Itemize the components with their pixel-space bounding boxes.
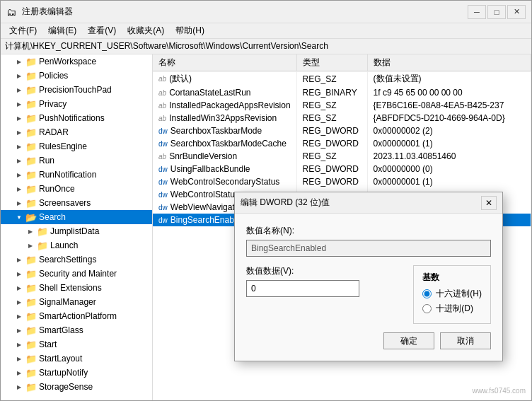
reg-type-cell: REG_SZ	[296, 99, 367, 112]
radio-decimal[interactable]: 十进制(D)	[422, 303, 482, 315]
tree-item-pushnotifications[interactable]: ▶ 📁 PushNotifications	[1, 111, 152, 125]
expand-icon[interactable]: ▶	[15, 86, 23, 94]
dec-label[interactable]: 十进制(D)	[436, 303, 473, 315]
table-row[interactable]: abSnrBundleVersion REG_SZ 2023.11.03.408…	[153, 150, 531, 163]
expand-icon[interactable]: ▶	[15, 142, 23, 151]
expand-icon[interactable]: ▶	[15, 298, 23, 306]
expand-icon[interactable]: ▶	[15, 199, 23, 207]
maximize-button[interactable]: □	[487, 5, 506, 19]
tree-item-shellextensions[interactable]: ▶ 📁 Shell Extensions	[1, 281, 152, 295]
folder-icon: 📁	[25, 311, 37, 322]
tree-label: Shell Extensions	[39, 283, 102, 293]
hex-radio[interactable]	[422, 289, 432, 298]
title-bar: 🗂 注册表编辑器 ─ □ ✕	[1, 1, 531, 23]
folder-icon: 📁	[25, 354, 37, 364]
reg-type-icon: dw	[158, 191, 168, 199]
tree-item-jumplistdata[interactable]: ▶ 📁 JumplistData	[1, 224, 152, 238]
expand-icon[interactable]: ▶	[15, 100, 23, 108]
tree-item-startupnotify[interactable]: ▶ 📁 StartupNotify	[1, 366, 152, 380]
tree-label: Policies	[39, 71, 68, 81]
tree-label: SmartActionPlatform	[39, 311, 117, 321]
table-row[interactable]: abCortanaStateLastRun REG_BINARY 1f c9 4…	[153, 86, 531, 99]
table-row[interactable]: dwSearchboxTaskbarMode REG_DWORD 0x00000…	[153, 124, 531, 137]
reg-type-cell: REG_DWORD	[296, 163, 367, 175]
expand-icon[interactable]: ▶	[15, 383, 23, 391]
expand-icon[interactable]: ▶	[15, 326, 23, 335]
menu-help[interactable]: 帮助(H)	[170, 23, 210, 38]
menu-file[interactable]: 文件(F)	[4, 23, 42, 38]
dec-radio[interactable]	[422, 304, 432, 313]
folder-icon: 📁	[25, 141, 37, 152]
expand-icon[interactable]: ▶	[15, 71, 23, 80]
tree-item-policies[interactable]: ▶ 📁 Policies	[1, 69, 152, 83]
title-bar-left: 🗂 注册表编辑器	[6, 6, 73, 18]
tree-item-radar[interactable]: ▶ 📁 RADAR	[1, 125, 152, 139]
col-header-type[interactable]: 类型	[296, 54, 367, 71]
expand-icon[interactable]: ▶	[15, 185, 23, 193]
tree-item-rulesengine[interactable]: ▶ 📁 RulesEngine	[1, 139, 152, 153]
tree-item-privacy[interactable]: ▶ 📁 Privacy	[1, 97, 152, 111]
tree-item-screensavers[interactable]: ▶ 📁 Screensavers	[1, 196, 152, 210]
expand-icon[interactable]: ▶	[15, 57, 23, 66]
expand-icon[interactable]: ▶	[15, 368, 23, 377]
expand-icon[interactable]: ▶	[15, 128, 23, 136]
tree-item-signalmanager[interactable]: ▶ 📁 SignalManager	[1, 295, 152, 309]
tree-item-precisiontouchpad[interactable]: ▶ 📁 PrecisionTouchPad	[1, 83, 152, 97]
col-header-data[interactable]: 数据	[367, 54, 531, 71]
tree-item-smartactionplatform[interactable]: ▶ 📁 SmartActionPlatform	[1, 309, 152, 323]
close-button[interactable]: ✕	[507, 5, 526, 19]
menu-edit[interactable]: 编辑(E)	[42, 23, 82, 38]
edit-dword-dialog: 编辑 DWORD (32 位)值 ✕ 数值名称(N): 数值数据(V): 基数 …	[234, 192, 503, 361]
table-row[interactable]: dwUsingFallbackBundle REG_DWORD 0x000000…	[153, 163, 531, 175]
expand-icon[interactable]: ▶	[26, 241, 35, 250]
dialog-close-button[interactable]: ✕	[481, 196, 497, 210]
tree-label: PushNotifications	[39, 113, 105, 123]
window-title: 注册表编辑器	[22, 6, 73, 18]
tree-item-start[interactable]: ▶ 📁 Start	[1, 337, 152, 351]
col-header-name[interactable]: 名称	[153, 54, 296, 71]
table-row[interactable]: abInstalledWin32AppsRevision REG_SZ {ABF…	[153, 112, 531, 124]
tree-item-search[interactable]: ▼ 📂 Search	[1, 210, 152, 224]
tree-item-startlayout[interactable]: ▶ 📁 StartLayout	[1, 351, 152, 366]
tree-item-smartglass[interactable]: ▶ 📁 SmartGlass	[1, 323, 152, 337]
tree-item-storagesense[interactable]: ▶ 📁 StorageSense	[1, 380, 152, 394]
table-row[interactable]: ab(默认) REG_SZ (数值未设置)	[153, 71, 531, 87]
expand-icon[interactable]: ▶	[15, 269, 23, 278]
minimize-button[interactable]: ─	[468, 5, 486, 19]
expand-icon[interactable]: ▶	[15, 170, 23, 179]
expand-icon[interactable]: ▶	[15, 312, 23, 320]
reg-name-cell: dwSearchboxTaskbarMode	[153, 124, 296, 137]
data-input[interactable]	[246, 280, 359, 297]
folder-icon: 📁	[25, 127, 37, 138]
table-row[interactable]: abInstalledPackagedAppsRevision REG_SZ {…	[153, 99, 531, 112]
expand-icon[interactable]: ▶	[15, 114, 23, 122]
expand-icon[interactable]: ▶	[15, 255, 23, 264]
cancel-button[interactable]: 取消	[440, 332, 491, 349]
expand-icon[interactable]: ▶	[15, 156, 23, 165]
tree-item-security[interactable]: ▶ 📁 Security and Mainter	[1, 267, 152, 281]
expand-icon[interactable]: ▶	[15, 340, 23, 349]
tree-item-runonce[interactable]: ▶ 📁 RunOnce	[1, 182, 152, 196]
reg-type-icon: dw	[158, 216, 168, 224]
reg-data-cell: 0x00000002 (2)	[367, 124, 531, 137]
table-row[interactable]: dwSearchboxTaskbarModeCache REG_DWORD 0x…	[153, 137, 531, 150]
menu-favorites[interactable]: 收藏夹(A)	[122, 23, 170, 38]
expand-icon[interactable]: ▶	[26, 227, 35, 236]
name-input[interactable]	[246, 240, 491, 257]
expand-icon[interactable]: ▼	[15, 213, 23, 221]
expand-icon[interactable]: ▶	[15, 354, 23, 363]
tree-item-searchsettings[interactable]: ▶ 📁 SearchSettings	[1, 252, 152, 267]
table-row[interactable]: dwWebControlSecondaryStatus REG_DWORD 0x…	[153, 175, 531, 188]
tree-item-runnotification[interactable]: ▶ 📁 RunNotification	[1, 168, 152, 182]
tree-item-penworkspace[interactable]: ▶ 📁 PenWorkspace	[1, 54, 152, 69]
tree-item-launch[interactable]: ▶ 📁 Launch	[1, 238, 152, 252]
folder-icon: 📁	[25, 368, 37, 378]
ok-button[interactable]: 确定	[383, 332, 434, 349]
folder-icon: 📁	[37, 240, 48, 251]
hex-label[interactable]: 十六进制(H)	[436, 288, 482, 300]
expand-icon[interactable]: ▶	[15, 284, 23, 292]
menu-view[interactable]: 查看(V)	[82, 23, 122, 38]
radio-hex[interactable]: 十六进制(H)	[422, 288, 482, 300]
tree-item-run[interactable]: ▶ 📁 Run	[1, 153, 152, 168]
tree-label: SearchSettings	[39, 255, 96, 265]
